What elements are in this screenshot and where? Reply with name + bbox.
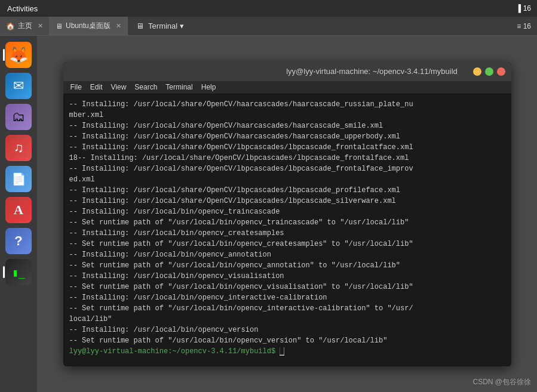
terminal-line: -- Set runtime path of "/usr/local/bin/o… (69, 239, 505, 249)
menu-edit[interactable]: Edit (86, 82, 107, 92)
menu-terminal[interactable]: Terminal (161, 82, 197, 92)
terminal-line: -- Installing: /usr/local/bin/opencv_cre… (69, 228, 505, 239)
menu-file[interactable]: File (66, 82, 86, 92)
terminal-line: ed.xml (69, 174, 505, 185)
activities-button[interactable]: Activities (0, 0, 45, 17)
dock-music[interactable]: ♫ (5, 135, 32, 161)
dock-firefox[interactable]: 🦊 (5, 42, 32, 68)
terminal-line: 18-- Installing: /usr/local/share/OpenCV… (69, 153, 505, 163)
dock-store[interactable]: A (5, 197, 32, 223)
terminal-line: -- Installing: /usr/local/bin/opencv_vis… (69, 271, 505, 282)
watermark: CSDN @包谷徐徐 (472, 377, 531, 387)
terminal-line: -- Installing: /usr/local/bin/opencv_int… (69, 292, 505, 303)
ubuntu-tab-icon: 🖥 (56, 22, 63, 30)
terminal-title: lyy@lyy-virtual-machine: ~/opencv-3.4.11… (271, 67, 473, 76)
terminal-line: -- Set runtime path of "/usr/local/bin/o… (69, 282, 505, 292)
terminal-line: -- Installing: /usr/local/share/OpenCV/l… (69, 185, 505, 196)
terminal-line: -- Installing: /usr/local/share/OpenCV/l… (69, 142, 505, 153)
email-icon: ✉ (13, 78, 24, 94)
terminal-line: -- Installing: /usr/local/bin/opencv_ver… (69, 325, 505, 335)
terminal-line: -- Installing: /usr/local/bin/opencv_tra… (69, 206, 505, 217)
dock-docs[interactable]: 📄 (5, 166, 32, 192)
dock-files[interactable]: 🗂 (5, 104, 32, 130)
terminal-line: -- Installing: /usr/local/share/OpenCV/h… (69, 121, 505, 131)
terminal-menu-bar: File Edit View Search Terminal Help (63, 81, 511, 94)
app-bar: 🏠 主页 ✕ 🖥 Ubuntu桌面版 ✕ 🖥 Terminal ▾ ≡ 16 (0, 17, 537, 36)
top-bar-right: ▐ 16 (510, 4, 537, 13)
terminal-line: -- Set runtime path of "/usr/local/bin/o… (69, 217, 505, 228)
app-bar-right: ≡ 16 (517, 22, 537, 30)
maximize-button[interactable] (485, 67, 493, 76)
terminal-line: -- Set runtime path of "/usr/local/bin/o… (69, 335, 505, 346)
terminal-menu-btn[interactable]: 🖥 Terminal ▾ (128, 21, 192, 30)
store-icon: A (14, 202, 23, 218)
tab-ubuntu-label: Ubuntu桌面版 (66, 21, 111, 31)
main-content: lyy@lyy-virtual-machine: ~/opencv-3.4.11… (37, 36, 537, 392)
dock-email[interactable]: ✉ (5, 73, 32, 99)
music-icon: ♫ (14, 140, 24, 156)
terminal-line: -- Set runtime path of "/usr/local/bin/o… (69, 260, 505, 271)
terminal-prompt: lyy@lyy-virtual-machine:~/opencv-3.4.11/… (69, 346, 505, 357)
titlebar-buttons (473, 67, 505, 76)
tab-ubuntu-close[interactable]: ✕ (116, 22, 121, 30)
terminal-line: mber.xml (69, 110, 505, 121)
left-dock: 🦊 ✉ 🗂 ♫ 📄 A ? ▮_ (0, 36, 37, 392)
terminal-line: local/lib" (69, 314, 505, 325)
terminal-line: -- Installing: /usr/local/share/OpenCV/l… (69, 196, 505, 206)
close-button[interactable] (497, 67, 505, 76)
menu-help[interactable]: Help (197, 82, 220, 92)
help-icon: ? (14, 233, 22, 249)
terminal-line: -- Installing: /usr/local/share/OpenCV/l… (69, 163, 505, 174)
files-icon: 🗂 (12, 109, 25, 125)
terminal-label: 🖥 Terminal ▾ (136, 21, 184, 30)
tab-home-label: 主页 (18, 21, 32, 31)
terminal-titlebar: lyy@lyy-virtual-machine: ~/opencv-3.4.11… (63, 62, 511, 81)
terminal-body[interactable]: -- Installing: /usr/local/share/OpenCV/h… (63, 94, 511, 366)
terminal-line: -- Installing: /usr/local/share/OpenCV/h… (69, 131, 505, 142)
docs-icon: 📄 (11, 172, 26, 186)
terminal-line: -- Installing: /usr/local/bin/opencv_ann… (69, 249, 505, 260)
dock-help[interactable]: ? (5, 228, 32, 254)
tab-home[interactable]: 🏠 主页 ✕ (0, 17, 50, 35)
tab-home-close[interactable]: ✕ (38, 22, 43, 30)
menu-view[interactable]: View (107, 82, 131, 92)
firefox-icon: 🦊 (9, 46, 28, 64)
terminal-line: -- Installing: /usr/local/share/OpenCV/h… (69, 99, 505, 110)
home-icon: 🏠 (6, 22, 15, 30)
dock-terminal[interactable]: ▮_ (5, 259, 32, 285)
terminal-dock-icon: ▮_ (12, 266, 25, 279)
tab-ubuntu-desktop[interactable]: 🖥 Ubuntu桌面版 ✕ (50, 17, 128, 35)
terminal-line: -- Set runtime path of "/usr/local/bin/o… (69, 303, 505, 314)
terminal-icon-small: 🖥 (136, 21, 144, 30)
gnome-top-bar: Activities ▐ 16 (0, 0, 537, 17)
terminal-window: lyy@lyy-virtual-machine: ~/opencv-3.4.11… (63, 62, 511, 366)
menu-search[interactable]: Search (130, 82, 161, 92)
minimize-button[interactable] (473, 67, 481, 76)
